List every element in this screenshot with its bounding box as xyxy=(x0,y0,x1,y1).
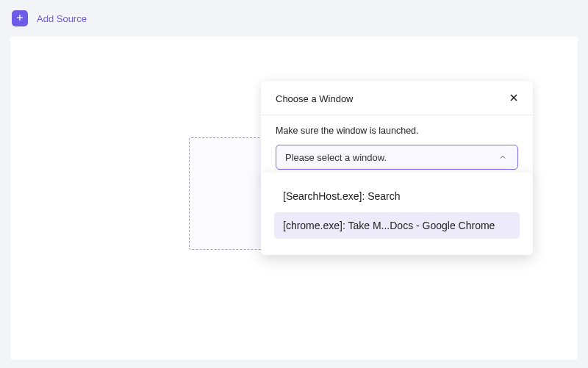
add-source-button[interactable] xyxy=(12,10,28,26)
modal-close-button[interactable] xyxy=(506,91,521,106)
add-source-label[interactable]: Add Source xyxy=(37,13,87,24)
modal-header: Choose a Window xyxy=(261,81,533,115)
modal-hint-text: Make sure the window is launched. xyxy=(276,126,518,136)
chevron-up-icon xyxy=(497,151,509,163)
select-placeholder: Please select a window. xyxy=(285,152,387,163)
window-option[interactable]: [chrome.exe]: Take M...Docs - Google Chr… xyxy=(274,212,520,239)
choose-window-modal: Choose a Window Make sure the window is … xyxy=(261,81,533,183)
close-icon xyxy=(508,92,520,106)
window-option[interactable]: [SearchHost.exe]: Search xyxy=(274,183,520,209)
plus-icon xyxy=(15,12,25,25)
window-select-dropdown: [SearchHost.exe]: Search [chrome.exe]: T… xyxy=(261,173,533,255)
window-select[interactable]: Please select a window. xyxy=(276,145,518,170)
modal-title: Choose a Window xyxy=(276,93,354,104)
top-toolbar: Add Source xyxy=(0,0,588,37)
